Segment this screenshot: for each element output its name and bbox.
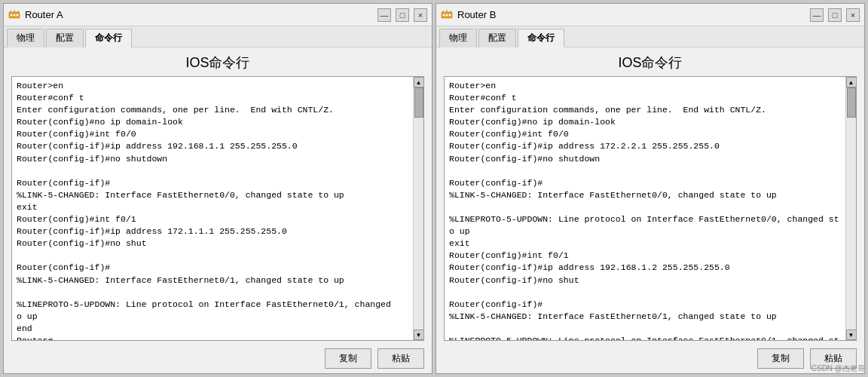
terminal-text-b[interactable]: Router>en Router#conf t Enter configurat… [445, 77, 845, 340]
title-bar-a: Router A — □ × [4, 4, 432, 26]
svg-point-3 [17, 14, 19, 16]
terminal-container-a[interactable]: Router>en Router#conf t Enter configurat… [11, 76, 424, 341]
bottom-bar-b: 复制 粘贴 [436, 345, 864, 373]
tab-config-b[interactable]: 配置 [478, 29, 516, 48]
title-left-a: Router A [8, 9, 63, 21]
close-btn-b[interactable]: × [846, 8, 860, 22]
maximize-btn-b[interactable]: □ [828, 8, 842, 22]
scrollbar-track-a[interactable] [414, 87, 423, 329]
terminal-text-a[interactable]: Router>en Router#conf t Enter configurat… [12, 77, 413, 340]
tab-physics-b[interactable]: 物理 [439, 29, 477, 48]
scrollbar-a[interactable]: ▲ ▼ [413, 77, 423, 340]
title-controls-a: — □ × [377, 8, 427, 22]
paste-btn-a[interactable]: 粘贴 [377, 348, 424, 369]
router-a-window: Router A — □ × 物理 配置 命令行 IOS命令行 Router>e… [3, 3, 432, 374]
svg-point-2 [14, 14, 16, 16]
minimize-btn-b[interactable]: — [810, 8, 824, 22]
scrollbar-up-a[interactable]: ▲ [414, 77, 424, 87]
tab-bar-a: 物理 配置 命令行 [4, 26, 432, 48]
router-icon-b [441, 9, 453, 21]
title-left-b: Router B [441, 9, 496, 21]
scrollbar-b[interactable]: ▲ ▼ [845, 77, 856, 340]
scrollbar-down-b[interactable]: ▼ [846, 329, 857, 340]
router-b-window: Router B — □ × 物理 配置 命令行 IOS命令行 Router>e… [436, 3, 865, 374]
title-controls-b: — □ × [810, 8, 860, 22]
svg-point-10 [449, 14, 451, 16]
tab-cli-b[interactable]: 命令行 [518, 29, 564, 48]
tab-physics-a[interactable]: 物理 [7, 29, 44, 48]
close-btn-a[interactable]: × [414, 8, 427, 22]
scrollbar-up-b[interactable]: ▲ [846, 77, 857, 87]
scrollbar-thumb-b[interactable] [847, 87, 856, 118]
title-bar-b: Router B — □ × [436, 4, 864, 26]
scrollbar-down-a[interactable]: ▼ [414, 329, 424, 340]
scrollbar-thumb-a[interactable] [414, 87, 423, 118]
router-icon-a [8, 9, 20, 21]
copy-btn-a[interactable]: 复制 [325, 348, 371, 369]
tab-config-a[interactable]: 配置 [46, 29, 84, 48]
maximize-btn-a[interactable]: □ [396, 8, 409, 22]
watermark: CSDN @杰老哥 [811, 363, 865, 374]
svg-point-9 [446, 14, 448, 16]
scrollbar-track-b[interactable] [846, 87, 856, 329]
tab-cli-a[interactable]: 命令行 [85, 29, 132, 48]
terminal-container-b[interactable]: Router>en Router#conf t Enter configurat… [444, 76, 857, 341]
bottom-bar-a: 复制 粘贴 [4, 345, 432, 373]
window-title-a: Router A [25, 9, 63, 20]
svg-point-1 [11, 14, 13, 16]
panel-title-b: IOS命令行 [436, 48, 864, 76]
tab-bar-b: 物理 配置 命令行 [436, 26, 864, 48]
copy-btn-b[interactable]: 复制 [757, 348, 804, 369]
window-title-b: Router B [457, 9, 496, 20]
panel-title-a: IOS命令行 [4, 48, 432, 76]
minimize-btn-a[interactable]: — [377, 8, 391, 22]
svg-point-8 [443, 14, 445, 16]
